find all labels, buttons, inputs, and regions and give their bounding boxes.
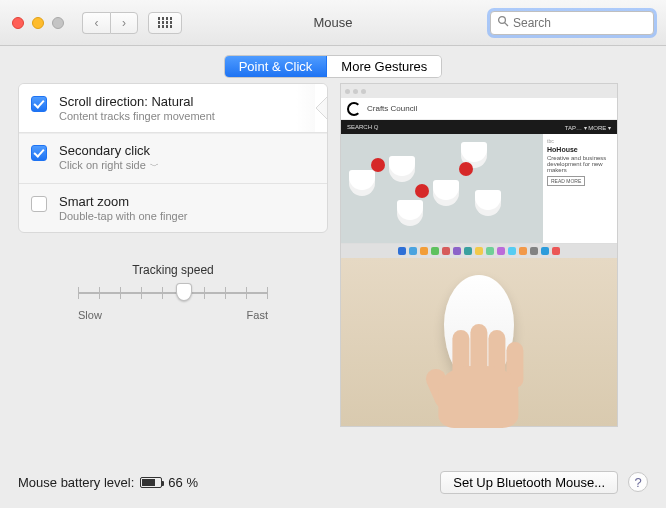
preview-hero-image (341, 134, 543, 243)
scroll-direction-title: Scroll direction: Natural (59, 94, 313, 109)
svg-point-0 (499, 17, 506, 24)
battery-icon (140, 477, 162, 488)
smart-zoom-sub: Double-tap with one finger (59, 210, 313, 222)
window-controls (12, 17, 64, 29)
back-button[interactable]: ‹ (82, 12, 110, 34)
show-all-button[interactable] (148, 12, 182, 34)
content: Scroll direction: Natural Content tracks… (0, 83, 666, 427)
slider-slow-label: Slow (78, 309, 102, 321)
option-secondary-click[interactable]: Secondary click Click on right side﹀ (19, 133, 327, 184)
svg-line-1 (505, 23, 508, 26)
secondary-click-sub: Click on right side﹀ (59, 159, 313, 173)
grid-icon (158, 17, 173, 28)
options-pane: Scroll direction: Natural Content tracks… (18, 83, 328, 427)
preview-site-name: Crafts Council (367, 104, 417, 113)
chevron-down-icon[interactable]: ﹀ (150, 161, 159, 171)
slider-knob[interactable] (176, 283, 192, 301)
preview-nav-left: SEARCH Q (347, 124, 378, 130)
tab-row: Point & Click More Gestures (0, 46, 666, 83)
tracking-speed: Tracking speed Slow Fast (78, 263, 268, 321)
preview-dock (341, 244, 617, 258)
battery-percent: 66 % (168, 475, 198, 490)
segmented-control: Point & Click More Gestures (225, 56, 442, 77)
scroll-direction-sub: Content tracks finger movement (59, 110, 313, 122)
footer: Mouse battery level: 66 % Set Up Bluetoo… (0, 456, 666, 508)
window-title: Mouse (313, 15, 352, 30)
close-icon[interactable] (12, 17, 24, 29)
slider-ticks (78, 287, 268, 299)
tab-point-click[interactable]: Point & Click (225, 56, 327, 77)
preview-browser: Crafts Council SEARCH Q TAP… ▾ MORE ▾ (341, 84, 617, 244)
preview-site-header: Crafts Council (341, 98, 617, 120)
tracking-speed-slider[interactable] (78, 283, 268, 303)
preview-browser-chrome (341, 84, 617, 98)
site-logo-icon (347, 102, 361, 116)
secondary-click-checkbox[interactable] (31, 145, 47, 161)
preview-site-body: tbc HoHouse Creative and business develo… (341, 134, 617, 243)
preview-hand (428, 328, 538, 428)
preview-side-button: READ MORE (547, 176, 585, 186)
scroll-direction-checkbox[interactable] (31, 96, 47, 112)
preview-side-desc: Creative and business development for ne… (547, 155, 613, 173)
battery-status: Mouse battery level: 66 % (18, 475, 198, 490)
help-icon: ? (634, 475, 641, 490)
search-icon (497, 15, 509, 30)
chevron-left-icon: ‹ (95, 16, 99, 30)
tracking-speed-label: Tracking speed (78, 263, 268, 277)
slider-labels: Slow Fast (78, 309, 268, 321)
search-field[interactable] (490, 11, 654, 35)
nav-back-forward: ‹ › (82, 12, 138, 34)
secondary-click-title: Secondary click (59, 143, 313, 158)
setup-bluetooth-button[interactable]: Set Up Bluetooth Mouse... (440, 471, 618, 494)
preview-side-title: HoHouse (547, 146, 613, 153)
option-smart-zoom[interactable]: Smart zoom Double-tap with one finger (19, 184, 327, 232)
minimize-icon[interactable] (32, 17, 44, 29)
chevron-right-icon: › (122, 16, 126, 30)
preview-site-nav: SEARCH Q TAP… ▾ MORE ▾ (341, 120, 617, 134)
secondary-click-sub-text: Click on right side (59, 159, 146, 171)
tab-more-gestures[interactable]: More Gestures (326, 56, 441, 77)
preview-side-tag: tbc (547, 138, 613, 144)
smart-zoom-title: Smart zoom (59, 194, 313, 209)
titlebar: ‹ › Mouse (0, 0, 666, 46)
smart-zoom-checkbox[interactable] (31, 196, 47, 212)
preview-desk (341, 258, 617, 426)
battery-label: Mouse battery level: (18, 475, 134, 490)
preview-sidebar: tbc HoHouse Creative and business develo… (543, 134, 617, 243)
search-input[interactable] (513, 16, 663, 30)
zoom-icon (52, 17, 64, 29)
preview-pane: Crafts Council SEARCH Q TAP… ▾ MORE ▾ (340, 83, 618, 427)
options-list: Scroll direction: Natural Content tracks… (18, 83, 328, 233)
forward-button: › (110, 12, 138, 34)
slider-fast-label: Fast (247, 309, 268, 321)
preview-nav-right: TAP… ▾ MORE ▾ (565, 124, 611, 131)
option-scroll-direction[interactable]: Scroll direction: Natural Content tracks… (19, 84, 327, 133)
help-button[interactable]: ? (628, 472, 648, 492)
